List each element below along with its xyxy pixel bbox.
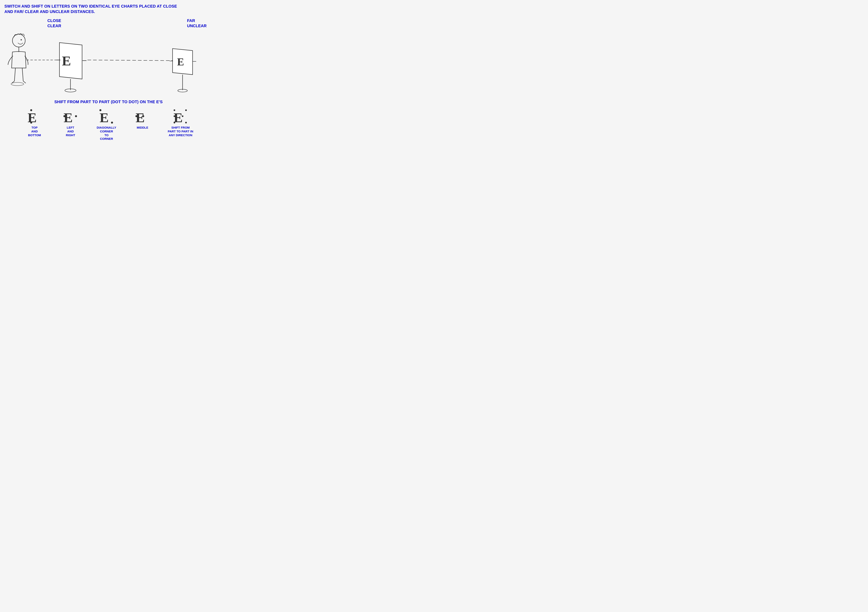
svg-point-18 (30, 122, 32, 124)
letter-label-middle: MIDDLE (137, 126, 149, 130)
letter-item-left-right: E LEFTANDRIGHT (57, 108, 85, 137)
letter-svg-left-right: E (62, 108, 80, 125)
svg-line-10 (87, 60, 172, 60)
letter-label-top-bottom: TOPANDBOTTOM (28, 126, 41, 137)
letter-svg-diagonal: E (98, 108, 116, 125)
svg-point-24 (111, 122, 113, 124)
label-close: CLOSE CLEAR (47, 18, 61, 28)
svg-point-27 (142, 115, 144, 117)
title-line2: AND FAR/ CLEAR AND UNCLEAR DISTANCES. (5, 9, 95, 14)
letter-item-all-parts: E SHIFT FROMPART TO PART INANY DIRECTION (164, 108, 197, 137)
bottom-section: SHIFT FROM PART TO PART (DOT TO DOT) ON … (5, 99, 212, 141)
letter-svg-top-bottom: E (26, 108, 43, 125)
svg-point-31 (174, 115, 175, 117)
far-label-line2: UNCLEAR (187, 23, 206, 28)
page-title: SWITCH AND SHIFT ON LETTERS ON TWO IDENT… (5, 4, 212, 14)
svg-point-34 (185, 122, 187, 123)
svg-text:E: E (177, 56, 184, 68)
letter-item-middle: E MIDDLE (129, 108, 157, 130)
letter-label-left-right: LEFTANDRIGHT (66, 126, 75, 137)
letter-item-diagonal: E DIAGONALLYCORNERTOCORNER (93, 108, 121, 141)
svg-point-3 (11, 82, 24, 85)
scene-container: CLOSE CLEAR FAR UNCLEAR (5, 18, 212, 96)
svg-point-21 (75, 115, 77, 117)
letter-svg-all-parts: E (172, 108, 190, 125)
shift-title: SHIFT FROM PART TO PART (DOT TO DOT) ON … (5, 99, 212, 104)
letter-label-diagonal: DIAGONALLYCORNERTOCORNER (97, 126, 116, 141)
letter-svg-middle: E (133, 108, 152, 125)
label-far: FAR UNCLEAR (187, 18, 206, 28)
close-label-line1: CLOSE (47, 19, 61, 23)
svg-point-26 (135, 115, 137, 117)
letter-item-top-bottom: E TOPANDBOTTOM (20, 108, 49, 137)
svg-point-17 (30, 109, 32, 111)
svg-text:E: E (62, 53, 71, 68)
svg-point-30 (185, 109, 187, 111)
far-label-line1: FAR (187, 19, 195, 23)
svg-point-32 (182, 115, 183, 117)
svg-text:E: E (64, 110, 73, 125)
svg-text:E: E (136, 110, 144, 125)
close-label-line2: CLEAR (47, 23, 61, 28)
svg-point-23 (99, 109, 101, 111)
letters-row: E TOPANDBOTTOM E LEFTANDRIGHT E (5, 108, 212, 141)
svg-point-20 (64, 115, 65, 117)
letter-label-all-parts: SHIFT FROMPART TO PART INANY DIRECTION (168, 126, 194, 137)
svg-point-1 (20, 39, 22, 40)
svg-point-33 (174, 122, 175, 123)
svg-text:E: E (99, 110, 108, 125)
svg-point-29 (174, 109, 175, 111)
title-line1: SWITCH AND SHIFT ON LETTERS ON TWO IDENT… (5, 4, 177, 8)
scene-illustration: E E (5, 30, 212, 94)
